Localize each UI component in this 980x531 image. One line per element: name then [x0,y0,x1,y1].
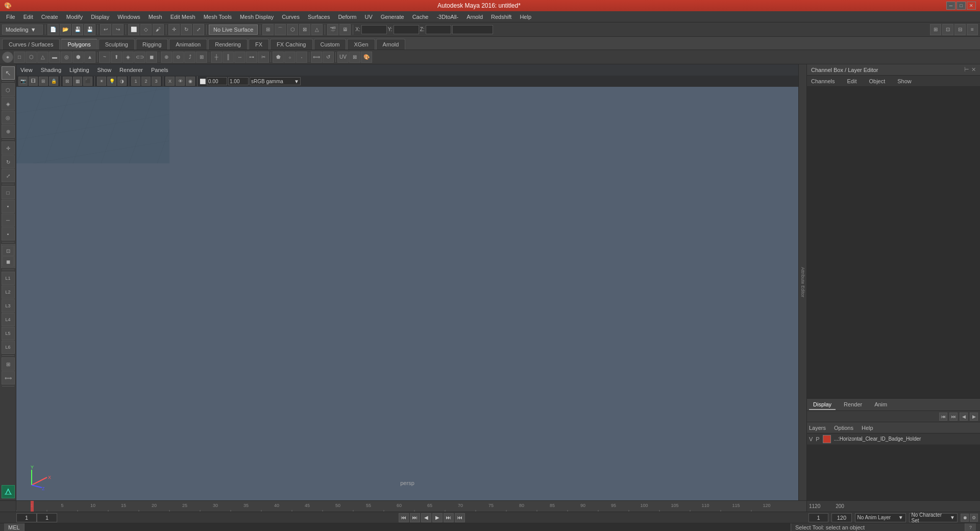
frame-end-field2[interactable]: 120 [831,513,851,522]
menu-arnold[interactable]: Arnold [462,11,487,22]
vp-menu-renderer[interactable]: Renderer [117,67,145,73]
poly-pyramid-icon[interactable]: ▲ [84,52,95,63]
poly-uv-icon[interactable]: UV [337,52,349,63]
poly-merge-icon[interactable]: ⬟ [273,52,284,63]
new-file-icon[interactable]: 📄 [47,24,59,35]
menu-uv[interactable]: UV [360,11,376,22]
poly-weld-icon[interactable]: ⬫ [296,52,307,63]
vp-shadow-icon[interactable]: ◑ [117,77,127,86]
poly-insert-edge-icon[interactable]: ┼ [211,52,222,63]
poly-fill-icon[interactable]: ◼ [146,52,157,63]
layer-btn2[interactable]: L2 [2,285,15,299]
right-icon4[interactable]: ≡ [967,24,978,35]
vp-value2-field[interactable]: 1.00 [228,77,249,85]
paint-select-icon[interactable]: 🖌 [153,24,164,35]
menu-modify[interactable]: Modify [62,11,87,22]
menu-curves[interactable]: Curves [278,11,304,22]
rb-tab-anim[interactable]: Anim [870,400,891,410]
attribute-editor-tab[interactable]: Attribute Editor [798,64,806,500]
vp-light2-icon[interactable]: 💡 [107,77,116,86]
poly-select-btn[interactable]: □ [2,186,15,199]
relax-tool-btn[interactable]: ⊕ [2,125,15,138]
render-icon[interactable]: 🎬 [327,24,338,35]
layer-btn5[interactable]: L5 [2,327,15,340]
layer-btn3[interactable]: L3 [2,299,15,312]
menu-edit[interactable]: Edit [19,11,37,22]
poly-flip-icon[interactable]: ⟺ [311,52,322,63]
menu-generate[interactable]: Generate [377,11,408,22]
z-field[interactable] [426,25,451,34]
timeline-ruler[interactable]: 1 5 10 15 20 25 30 35 40 45 50 [16,501,806,512]
vp-menu-show[interactable]: Show [95,67,114,73]
rbs-tab-layers[interactable]: Layers [809,425,826,431]
scale-icon[interactable]: ⤢ [193,24,204,35]
cb-tab-channels[interactable]: Channels [809,77,837,85]
vp-grid-icon[interactable]: ⊞ [39,77,48,86]
vp-film-icon[interactable]: 🎞 [29,77,38,86]
select-tool-btn[interactable]: ↖ [2,66,15,80]
vp-res-med-icon[interactable]: 2 [141,77,151,86]
snap-grid-icon[interactable]: ⊞ [262,24,274,35]
layer-del-btn[interactable]: ▶ [970,413,978,421]
poly-color-icon[interactable]: 🎨 [361,52,372,63]
vp-show-icon[interactable]: 👁 [176,77,185,86]
vp-menu-shading[interactable]: Shading [39,67,63,73]
save-as-icon[interactable]: 💾 [84,24,95,35]
poly-collapse-icon[interactable]: ⬦ [284,52,296,63]
pb-play-back-btn[interactable]: ◀ [421,513,431,522]
pb-play-fwd-btn[interactable]: ▶ [432,513,443,522]
poly-extract-icon[interactable]: ⤴ [184,52,195,63]
rotate-tool-btn[interactable]: ↻ [2,155,15,168]
menu-3dto-all[interactable]: -3DtoAll- [432,11,462,22]
no-live-surface-btn[interactable]: No Live Surface [209,25,258,35]
pb-step-fwd-btn[interactable]: ⏭ [444,513,454,522]
vp-res-hi-icon[interactable]: 3 [152,77,161,86]
wireframe-btn[interactable]: ⊡ [2,246,14,256]
shaded-btn[interactable]: ◼ [2,256,14,267]
tab-curves-surfaces[interactable]: Curves / Surfaces [2,39,60,50]
tab-rendering[interactable]: Rendering [208,39,248,50]
tab-rigging[interactable]: Rigging [136,39,168,50]
snap-view-icon[interactable]: ⊠ [299,24,310,35]
cb-header-btn2[interactable]: ✕ [971,66,976,73]
script-type-label[interactable]: MEL [4,523,24,531]
menu-mesh-tools[interactable]: Mesh Tools [200,11,236,22]
frame-end-field1[interactable]: 1 [808,513,828,522]
menu-help[interactable]: Help [516,11,535,22]
sculpt-tool-btn[interactable]: ◈ [2,97,15,110]
rb-tab-display[interactable]: Display [809,400,836,410]
redo-icon[interactable]: ↪ [112,24,124,35]
rb-tab-render[interactable]: Render [840,400,866,410]
lasso-icon[interactable]: ◇ [140,24,152,35]
poly-cube-icon[interactable]: □ [14,52,25,63]
face-btn[interactable]: ▪ [2,227,15,240]
layer-btn1[interactable]: L1 [2,272,15,285]
edge-btn[interactable]: ─ [2,213,15,227]
vp-menu-lighting[interactable]: Lighting [67,67,91,73]
poly-sphere-icon[interactable]: ● [2,52,13,63]
vp-camera-icon[interactable]: 📷 [18,77,28,86]
poly-extrude-icon[interactable]: ⬆ [111,52,122,63]
char-set-dropdown[interactable]: No Character Set ▼ [909,513,958,522]
menu-deform[interactable]: Deform [334,11,360,22]
ipr-icon[interactable]: 🖥 [339,24,351,35]
snap-surface-icon[interactable]: △ [311,24,323,35]
cb-tab-object[interactable]: Object [867,77,887,85]
script-input-field[interactable] [24,523,791,531]
vp-display3-icon[interactable]: ⬛ [83,77,92,86]
snap-curve-icon[interactable]: ⌒ [275,24,286,35]
vertex-btn[interactable]: • [2,200,15,213]
vp-display1-icon[interactable]: ⊠ [63,77,72,86]
undo-icon[interactable]: ↩ [100,24,111,35]
help-line-btn[interactable]: ? [965,523,976,531]
transform-field[interactable] [452,25,493,34]
snap-point-icon[interactable]: ⬡ [287,24,298,35]
layer-item[interactable]: V P ...:Horizontal_Clear_ID_Badge_Holder [807,433,980,445]
symmetry-btn[interactable]: ⟺ [2,371,15,384]
vp-menu-view[interactable]: View [18,67,35,73]
poly-reverse-icon[interactable]: ↺ [323,52,334,63]
snap-btn[interactable]: ⊞ [2,357,15,371]
right-icon2[interactable]: ⊡ [942,24,953,35]
poly-separate-icon[interactable]: ⊖ [173,52,184,63]
prefs-btn[interactable]: ⚙ [970,514,978,522]
